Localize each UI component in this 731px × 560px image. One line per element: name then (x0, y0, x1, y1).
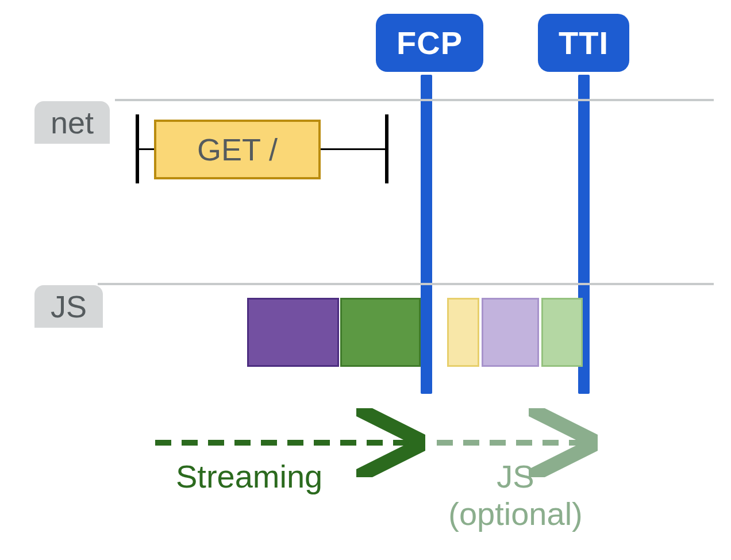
timeline-diagram: FCP TTI net GET / JS (17, 0, 714, 560)
streaming-arrow (17, 0, 714, 560)
streaming-label: Streaming (176, 458, 322, 495)
js-optional-label: JS (optional) (444, 458, 587, 532)
